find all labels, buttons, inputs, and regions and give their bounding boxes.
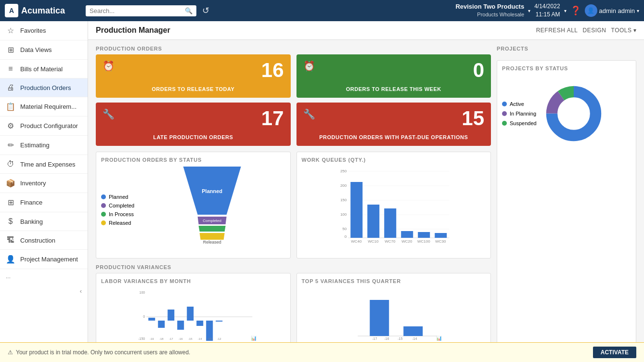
user-menu[interactable]: 👤 admin admin ▾ <box>585 4 639 17</box>
sidebar-label-construction: Construction <box>20 237 55 244</box>
company-selector[interactable]: Revision Two Products Products Wholesale <box>455 3 524 18</box>
datetime-selector[interactable]: 4/14/2022 11:15 AM <box>534 2 560 19</box>
kpi-late-orders[interactable]: 🔧 17 LATE PRODUCTION ORDERS <box>96 103 291 146</box>
funnel-container: Planned Completed In Process <box>101 167 285 253</box>
orders-week-number: 0 <box>303 60 485 80</box>
svg-rect-45 <box>196 321 203 326</box>
donut-legend: Active In Planning Suspended <box>502 101 537 126</box>
history-button[interactable]: ↺ <box>200 3 211 18</box>
svg-rect-29 <box>435 233 447 238</box>
activate-button[interactable]: ACTIVATE <box>593 347 636 358</box>
sidebar-item-project-mgmt[interactable]: 👤 Project Management <box>0 250 88 269</box>
logo[interactable]: A Acumatica <box>5 4 82 17</box>
legend-dot-completed <box>101 203 106 208</box>
top-navigation: A Acumatica 🔍 ↺ Revision Two Products Pr… <box>0 0 644 21</box>
labor-variances-panel: LABOR VARIANCES BY MONTH 100 0 -150 <box>96 273 291 342</box>
company-sub: Products Wholesale <box>455 11 524 18</box>
workqueues-bar-container: 250 200 150 100 50 0 <box>302 167 486 244</box>
page-title: Production Manager <box>96 26 170 35</box>
svg-rect-53 <box>370 300 389 336</box>
donut-container: Active In Planning Suspended <box>502 75 631 152</box>
svg-rect-49 <box>216 321 222 322</box>
construction-icon: 🏗 <box>6 236 15 245</box>
funnel-chart-panel: PRODUCTION ORDERS BY STATUS Planned <box>96 152 291 259</box>
sidebar-item-estimating[interactable]: ✏ Estimating <box>0 136 88 155</box>
sidebar-label-bom: Bills of Material <box>20 65 63 73</box>
top5-quarter-title: TOP 5 VARIANCES THIS QUARTER <box>302 278 486 284</box>
sidebar-item-bom[interactable]: ≡ Bills of Material <box>0 60 88 78</box>
sidebar-item-finance[interactable]: ⊞ Finance <box>0 193 88 212</box>
kpi-orders-week[interactable]: ⏰ 0 ORDERS TO RELEASE THIS WEEK <box>296 54 491 98</box>
svg-text:-16: -16 <box>179 337 183 340</box>
svg-text:100: 100 <box>340 212 347 217</box>
sidebar-item-banking[interactable]: $ Banking <box>0 212 88 231</box>
svg-text:0: 0 <box>143 315 145 318</box>
sidebar-label-estimating: Estimating <box>20 142 50 149</box>
sidebar-item-production-orders[interactable]: 🖨 Production Orders <box>0 78 88 97</box>
sidebar-item-dataviews[interactable]: ⊞ Data Views <box>0 40 88 60</box>
svg-text:WC20: WC20 <box>401 239 412 244</box>
production-orders-icon: 🖨 <box>6 83 15 92</box>
search-bar[interactable]: 🔍 <box>86 5 196 16</box>
svg-rect-27 <box>418 232 430 238</box>
labor-variances-title: LABOR VARIANCES BY MONTH <box>101 278 285 284</box>
page-header: Production Manager REFRESH ALL DESIGN TO… <box>88 21 644 40</box>
late-orders-label: LATE PRODUCTION ORDERS <box>103 134 284 140</box>
tools-button[interactable]: TOOLS ▾ <box>611 27 636 34</box>
company-name: Revision Two Products <box>455 3 524 11</box>
sidebar-item-construction[interactable]: 🏗 Construction <box>0 231 88 250</box>
refresh-all-button[interactable]: REFRESH ALL <box>536 27 578 34</box>
orders-week-icon: ⏰ <box>303 60 315 72</box>
labor-variances-svg: 100 0 -150 -1 <box>101 288 285 341</box>
svg-text:-16: -16 <box>384 337 389 340</box>
late-orders-icon: 🔧 <box>103 108 115 120</box>
top5-quarter-panel: TOP 5 VARIANCES THIS QUARTER -17 <box>296 273 491 342</box>
production-variances-section: PRODUCTION VARIANCES LABOR VARIANCES BY … <box>96 264 491 342</box>
pastdue-ops-icon: 🔧 <box>303 108 315 120</box>
sidebar-item-material-req[interactable]: 📋 Material Requirem... <box>0 97 88 116</box>
legend-planning: In Planning <box>502 111 537 116</box>
svg-rect-21 <box>367 205 379 238</box>
legend-label-active: Active <box>510 101 524 107</box>
time-expenses-icon: ⏱ <box>6 160 15 168</box>
company-dropdown-icon[interactable]: ▾ <box>528 8 530 13</box>
kpi-pastdue-ops[interactable]: 🔧 15 PRODUCTION ORDERS WITH PAST-DUE OPE… <box>296 103 491 146</box>
search-input[interactable] <box>90 7 182 14</box>
projects-by-status-title: PROJECTS BY STATUS <box>502 65 631 71</box>
legend-released: Released <box>101 220 134 226</box>
sidebar-collapse-button[interactable]: ‹ <box>0 284 88 298</box>
svg-text:50: 50 <box>342 227 347 231</box>
sidebar-item-time-expenses[interactable]: ⏱ Time and Expenses <box>0 155 88 174</box>
warning-icon: ⚠ <box>8 349 13 356</box>
legend-label-planning: In Planning <box>510 111 536 116</box>
svg-text:-14: -14 <box>198 337 202 340</box>
svg-text:-15: -15 <box>188 337 193 340</box>
sidebar-label-product-config: Product Configurator <box>20 122 78 129</box>
svg-text:WC10: WC10 <box>368 239 379 244</box>
sidebar-label-inventory: Inventory <box>20 180 46 187</box>
legend-active: Active <box>502 101 537 107</box>
projects-section-label: PROJECTS <box>497 46 636 52</box>
search-icon[interactable]: 🔍 <box>185 7 193 14</box>
orders-today-label: ORDERS TO RELEASE TODAY <box>103 86 284 92</box>
projects-by-status-panel: PROJECTS BY STATUS Active In Planning <box>497 60 636 342</box>
legend-label-inprocess: In Process <box>109 211 134 217</box>
datetime-dropdown-icon[interactable]: ▾ <box>564 8 567 13</box>
legend-label-suspended: Suspended <box>510 120 537 126</box>
svg-rect-25 <box>401 231 413 238</box>
bom-icon: ≡ <box>6 65 15 73</box>
charts-row-1: PRODUCTION ORDERS BY STATUS Planned <box>96 152 491 259</box>
pastdue-ops-label: PRODUCTION ORDERS WITH PAST-DUE OPERATIO… <box>303 134 485 140</box>
sidebar-more[interactable]: ... <box>0 269 88 284</box>
design-button[interactable]: DESIGN <box>583 27 606 34</box>
svg-text:Planned: Planned <box>202 188 222 194</box>
workqueues-svg: 250 200 150 100 50 0 <box>302 167 486 244</box>
sidebar-item-product-config[interactable]: ⚙ Product Configurator <box>0 116 88 136</box>
svg-text:0: 0 <box>344 234 347 239</box>
help-button[interactable]: ❓ <box>570 5 581 16</box>
kpi-orders-today[interactable]: ⏰ 16 ORDERS TO RELEASE TODAY <box>96 54 291 98</box>
svg-text:100: 100 <box>140 291 145 294</box>
svg-rect-23 <box>384 208 396 238</box>
sidebar-item-inventory[interactable]: 📦 Inventory <box>0 174 88 193</box>
sidebar-item-favorites[interactable]: ☆ Favorites <box>0 21 88 40</box>
